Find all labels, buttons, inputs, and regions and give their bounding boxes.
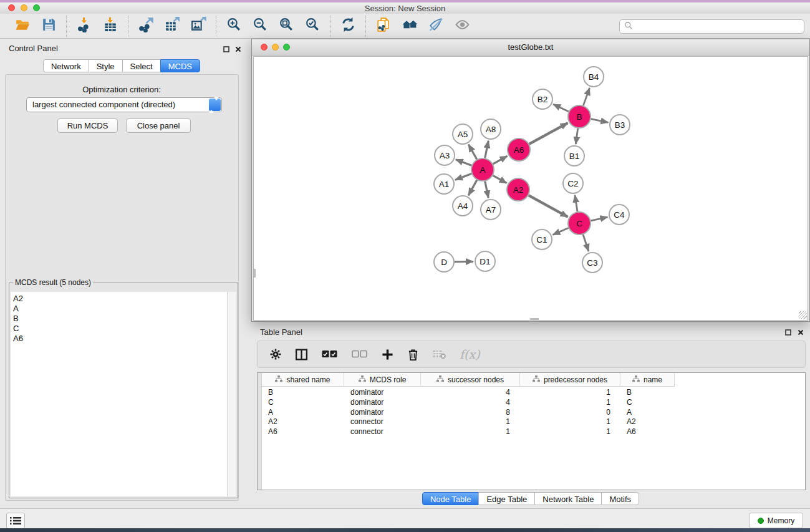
graph-node-A[interactable]: A <box>471 158 494 181</box>
graph-node-C3[interactable]: C3 <box>582 253 602 273</box>
graph-node-D1[interactable]: D1 <box>475 251 495 271</box>
table-cell[interactable]: C <box>620 398 675 408</box>
result-list-item[interactable]: A <box>13 304 228 314</box>
add-column-icon[interactable] <box>381 347 393 362</box>
zoom-selected-button[interactable] <box>304 17 321 35</box>
table-cell[interactable]: 4 <box>421 388 520 398</box>
column-header-MCDS-role[interactable]: MCDS role <box>344 373 421 387</box>
graph-node-A8[interactable]: A8 <box>481 119 501 139</box>
graph-node-C[interactable]: C <box>568 212 591 235</box>
graph-edge-B-B2[interactable] <box>553 104 569 112</box>
table-cell[interactable]: B <box>262 388 344 398</box>
run-mcds-button[interactable]: Run MCDS <box>57 118 118 133</box>
graph-node-A3[interactable]: A3 <box>435 145 455 165</box>
tab-select[interactable]: Select <box>122 59 161 72</box>
table-cell[interactable]: 1 <box>520 417 620 427</box>
graph-edge-A-A3[interactable] <box>456 160 471 166</box>
table-panel-float-icon[interactable] <box>784 329 792 336</box>
show-hide-panels-button[interactable] <box>453 17 471 35</box>
graph-edge-A-A6[interactable] <box>493 156 508 164</box>
result-list-item[interactable]: B <box>13 314 228 324</box>
show-columns-icon[interactable] <box>295 347 308 362</box>
window-resize-grip[interactable] <box>799 311 807 319</box>
import-table-button[interactable] <box>102 17 119 35</box>
graph-edge-C-C2[interactable] <box>575 195 577 211</box>
graph-node-C1[interactable]: C1 <box>532 230 552 249</box>
table-cell[interactable]: dominator <box>344 398 421 408</box>
export-network-button[interactable] <box>137 17 155 35</box>
table-cell[interactable]: connector <box>344 427 421 437</box>
graph-edge-B-B4[interactable] <box>583 88 589 105</box>
table-cell[interactable]: connector <box>344 417 421 427</box>
graph-edge-C-C1[interactable] <box>552 228 568 235</box>
canvas-scroll-hint-left[interactable] <box>254 269 256 278</box>
graph-node-B3[interactable]: B3 <box>610 115 630 135</box>
search-input[interactable] <box>635 22 804 32</box>
graph-edge-A-A2[interactable] <box>493 175 507 183</box>
column-header-shared-name[interactable]: shared name <box>262 373 344 387</box>
search-box[interactable] <box>619 19 804 34</box>
tab-mcds[interactable]: MCDS <box>160 59 200 72</box>
graph-node-B[interactable]: B <box>568 105 591 128</box>
result-list-item[interactable]: A2 <box>13 294 228 304</box>
zoom-in-button[interactable] <box>225 17 243 35</box>
column-header-name[interactable]: name <box>620 373 675 387</box>
zoom-fit-button[interactable] <box>277 17 295 35</box>
refresh-button[interactable] <box>339 17 357 35</box>
table-cell[interactable]: 1 <box>520 398 620 408</box>
graph-edge-B-B3[interactable] <box>591 119 609 123</box>
graph-node-C2[interactable]: C2 <box>563 173 583 193</box>
table-cell[interactable]: 0 <box>520 408 620 418</box>
graph-node-A1[interactable]: A1 <box>434 174 454 194</box>
graph-edge-A-A7[interactable] <box>485 181 488 198</box>
table-panel-close-icon[interactable] <box>797 329 804 336</box>
table-cell[interactable]: dominator <box>344 408 421 418</box>
canvas-scroll-hint-bottom[interactable] <box>530 318 539 320</box>
column-header-predecessor-nodes[interactable]: predecessor nodes <box>520 373 620 387</box>
deselect-all-rows-icon[interactable] <box>351 347 368 362</box>
graph-edge-A6-B[interactable] <box>529 123 568 144</box>
close-panel-button[interactable]: Close panel <box>126 118 191 133</box>
graph-node-A5[interactable]: A5 <box>453 124 473 144</box>
network-view-window[interactable]: testGlobe.txt B4B2BB3B1A5A8A6A3AA1C2A4A7… <box>251 39 810 322</box>
network-canvas[interactable]: B4B2BB3B1A5A8A6A3AA1C2A4A7A2C4CC1C3DD1 <box>253 56 808 321</box>
save-session-button[interactable] <box>40 17 57 35</box>
graph-edge-A-A5[interactable] <box>468 145 476 160</box>
home-button[interactable] <box>401 17 418 35</box>
graph-node-B4[interactable]: B4 <box>584 67 604 87</box>
graph-edge-A-A4[interactable] <box>468 180 477 196</box>
table-cell[interactable]: A2 <box>620 417 675 427</box>
select-all-rows-icon[interactable] <box>321 347 338 362</box>
mcds-result-list[interactable]: A2ABCA6 <box>11 292 228 496</box>
table-cell[interactable]: A <box>262 408 344 418</box>
hide-graphics-details-button[interactable] <box>427 17 445 35</box>
network-window-titlebar[interactable]: testGlobe.txt <box>252 39 809 56</box>
network-close-icon[interactable] <box>261 44 268 51</box>
table-cell[interactable]: 1 <box>421 427 520 437</box>
criterion-dropdown[interactable]: largest connected component (directed) <box>26 97 222 112</box>
open-session-button[interactable] <box>14 17 31 35</box>
table-row[interactable]: Bdominator41B <box>262 388 804 398</box>
delete-selected-icon[interactable] <box>407 347 419 362</box>
table-cell[interactable]: 4 <box>421 398 520 408</box>
graph-node-D[interactable]: D <box>434 252 454 272</box>
manage-networks-button[interactable] <box>375 17 392 35</box>
graph-edge-C-C3[interactable] <box>583 235 589 251</box>
graph-node-A2[interactable]: A2 <box>507 178 529 201</box>
result-list-scrollbar[interactable] <box>227 292 236 496</box>
table-cell[interactable]: A <box>620 408 675 418</box>
control-panel-close-icon[interactable] <box>234 46 242 53</box>
table-cell[interactable]: A6 <box>620 427 675 437</box>
control-panel-float-icon[interactable] <box>223 46 230 53</box>
window-titlebar[interactable]: Session: New Session <box>0 2 810 14</box>
graph-node-A7[interactable]: A7 <box>481 200 501 220</box>
network-minimize-icon[interactable] <box>272 44 279 51</box>
table-cell[interactable]: B <box>620 388 675 398</box>
tab-edge-table[interactable]: Edge Table <box>478 492 535 505</box>
graph-node-C4[interactable]: C4 <box>609 205 629 225</box>
table-row[interactable]: A2connector11A2 <box>262 417 804 427</box>
table-cell[interactable]: 1 <box>520 388 620 398</box>
tab-style[interactable]: Style <box>89 59 123 72</box>
tab-network-table[interactable]: Network Table <box>534 492 602 505</box>
memory-button[interactable]: Memory <box>749 513 803 528</box>
